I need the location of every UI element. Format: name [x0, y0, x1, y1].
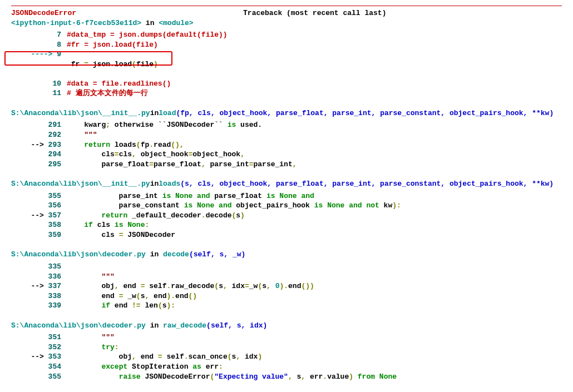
exception-name: JSONDecodeError [11, 8, 76, 18]
code-line-current: --> 357 return _default_decoder.decode(s… [11, 211, 562, 221]
frame-5-location: S:\Anaconda\lib\json\decoder.py in raw_d… [11, 321, 562, 331]
code-line-current: --> 337 obj, end = self.raw_decode(s, id… [11, 281, 562, 291]
code-line: 291 kwarg; otherwise ``JSONDecoder`` is … [11, 120, 562, 130]
code-line: 11 # 遍历文本文件的每一行 [11, 88, 562, 98]
code-line: 359 cls = JSONDecoder [11, 230, 562, 240]
separator-line [11, 6, 562, 6]
code-line: 336 """ [11, 272, 562, 282]
input-location: <ipython-input-6-f7cecb53e11d> in <modul… [11, 18, 562, 28]
code-line: 356 parse_constant is None and object_pa… [11, 201, 562, 211]
code-line: 294 cls=cls, object_hook=object_hook, [11, 150, 562, 160]
frame-5: 351 """ 352 try: --> 353 obj, end = self… [11, 333, 562, 381]
code-line-current: --> 353 obj, end = self.scan_once(s, idx… [11, 352, 562, 362]
frame-1: 7 #data_tmp = json.dumps(default(file)) … [11, 30, 562, 98]
module-name: <module> [159, 18, 193, 28]
traceback-label: Traceback (most recent call last) [243, 8, 386, 18]
code-line: 355 raise JSONDecodeError("Expecting val… [11, 372, 562, 382]
ipython-input-ref: <ipython-input-6-f7cecb53e11d> [11, 18, 141, 28]
traceback-header: JSONDecodeError Traceback (most recent c… [11, 8, 562, 18]
code-line: 10 #data = file.readlines() [11, 79, 562, 89]
code-line: 8 #fr = json.load(file) [11, 40, 562, 50]
frame-2: 291 kwarg; otherwise ``JSONDecoder`` is … [11, 120, 562, 169]
code-line: 338 end = _w(s, end).end() [11, 291, 562, 301]
traceback-container: JSONDecodeError Traceback (most recent c… [0, 0, 573, 392]
frame-4: 335 336 """ --> 337 obj, end = self.raw_… [11, 262, 562, 311]
code-line: 292 """ [11, 130, 562, 140]
code-line: 351 """ [11, 333, 562, 343]
code-line-current: ----> 9 fr = json.load(file) [11, 49, 562, 79]
frame-4-location: S:\Anaconda\lib\json\decoder.py in decod… [11, 250, 562, 260]
code-line: 355 parse_int is None and parse_float is… [11, 191, 562, 201]
code-line: 358 if cls is None: [11, 220, 562, 230]
code-line: 339 if end != len(s): [11, 301, 562, 311]
code-line: 7 #data_tmp = json.dumps(default(file)) [11, 30, 562, 40]
frame-3: 355 parse_int is None and parse_float is… [11, 191, 562, 240]
code-line-current: --> 293 return loads(fp.read(), [11, 140, 562, 150]
code-line: 295 parse_float=parse_float, parse_int=p… [11, 160, 562, 170]
frame-2-location: S:\Anaconda\lib\json\__init__.py in load… [11, 108, 562, 118]
frame-3-location: S:\Anaconda\lib\json\__init__.py in load… [11, 179, 562, 189]
code-line: 335 [11, 262, 562, 272]
code-line: 352 try: [11, 343, 562, 353]
code-line: 354 except StopIteration as err: [11, 362, 562, 372]
